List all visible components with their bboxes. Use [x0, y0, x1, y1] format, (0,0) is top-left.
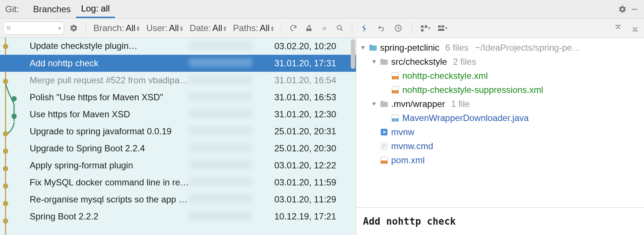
commit-author-cell: author — [189, 58, 274, 68]
twisty-icon[interactable]: ▼ — [371, 101, 377, 107]
refresh-icon[interactable] — [287, 22, 299, 34]
node-label: mvnw — [391, 127, 415, 137]
commit-message-cell: Apply spring-format plugin — [30, 160, 189, 171]
date-filter[interactable]: Date: All ▴▾ — [188, 23, 228, 33]
search-icon — [6, 25, 11, 31]
svg-rect-32 — [380, 59, 384, 61]
file-type-icon — [380, 128, 388, 136]
revert-icon[interactable] — [375, 22, 387, 34]
commit-date-cell: 31.01.20, 12:30 — [274, 109, 349, 120]
updown-icon: ▴▾ — [224, 25, 226, 31]
commit-row[interactable]: Merge pull request #522 from vbadipat…au… — [0, 72, 356, 89]
twisty-icon[interactable]: ▼ — [371, 58, 377, 65]
file-node[interactable]: ▼<>nohttp-checkstyle.xml — [360, 69, 640, 83]
folder-node[interactable]: ▼src/checkstyle2 files — [360, 55, 640, 69]
scrollbar-thumb[interactable] — [351, 39, 355, 69]
commit-author-cell: author — [189, 211, 274, 222]
svg-point-5 — [337, 25, 341, 29]
commit-message-cell: Re-organise mysql scripts so the app run… — [30, 194, 189, 205]
commit-row[interactable]: Update checkstyle pluginorigin & mastera… — [0, 38, 356, 55]
tab-log-all[interactable]: Log: all — [76, 0, 115, 18]
file-type-icon — [380, 100, 388, 108]
minimize-icon[interactable] — [628, 3, 640, 15]
commit-date-cell: 25.01.20, 20:30 — [274, 143, 349, 154]
commit-message-cell: Spring Boot 2.2.2 — [30, 211, 189, 222]
commit-message-cell: Merge pull request #522 from vbadipat… — [30, 75, 189, 85]
commit-message-cell: Add nohttp check — [30, 58, 189, 68]
cherry-pick-icon[interactable] — [303, 22, 315, 34]
commit-date-cell: 03.01.20, 12:22 — [274, 160, 349, 171]
commit-date-cell: 03.01.20, 11:29 — [274, 194, 349, 205]
commit-row[interactable]: Upgrade to spring javaformat 0.0.19autho… — [0, 123, 356, 140]
commit-author-cell: author — [189, 126, 274, 137]
node-meta: 2 files — [453, 57, 476, 67]
commit-row[interactable]: Apply spring-format pluginauthor03.01.20… — [0, 157, 356, 174]
commit-date-cell: 31.01.20, 16:53 — [274, 92, 349, 103]
commit-author-cell: author — [189, 143, 274, 154]
collapse-diff-icon[interactable] — [358, 22, 370, 34]
header-bar: Git: Branches Log: all — [0, 0, 644, 19]
branch-filter[interactable]: Branch: All ▴▾ — [92, 23, 141, 33]
vcs-title: Git: — [5, 4, 19, 14]
user-filter[interactable]: User: All ▴▾ — [145, 23, 184, 33]
commit-row[interactable]: Polish "Use https for Maven XSD"author31… — [0, 89, 356, 106]
file-node[interactable]: ▼mvnw — [360, 125, 640, 139]
log-toolbar: ▾ Branch: All ▴▾ User: All ▴▾ Date: All … — [0, 19, 644, 38]
svg-rect-9 — [425, 25, 427, 27]
more-icon[interactable]: » — [318, 22, 330, 34]
svg-rect-12 — [442, 25, 444, 27]
node-label: nohttp-checkstyle.xml — [402, 71, 488, 81]
folder-node[interactable]: ▼spring-petclinic6 files~/IdeaProjects/s… — [360, 41, 640, 55]
commit-row[interactable]: Add nohttp checkauthor31.01.20, 17:31 — [0, 55, 356, 72]
separator — [86, 23, 86, 34]
right-toolbar: ▾ ▾ — [358, 22, 641, 34]
commit-author-cell: author — [189, 41, 274, 51]
search-dropdown-icon[interactable]: ▾ — [58, 25, 61, 31]
paths-filter[interactable]: Paths: All ▴▾ — [231, 23, 275, 33]
commit-author-cell: author — [189, 92, 274, 103]
commit-row[interactable]: Use https for Maven XSDauthor31.01.20, 1… — [0, 106, 356, 123]
node-meta: 1 file — [451, 99, 470, 109]
commit-row[interactable]: Fix MySQL docker command line in readmea… — [0, 174, 356, 191]
commit-row[interactable]: Re-organise mysql scripts so the app run… — [0, 191, 356, 208]
commit-message-cell: Fix MySQL docker command line in readme — [30, 177, 189, 188]
changed-files-tree: ▼spring-petclinic6 files~/IdeaProjects/s… — [356, 38, 644, 207]
folder-node[interactable]: ▼.mvn/wrapper1 file — [360, 97, 640, 111]
commit-log-panel: Update checkstyle pluginorigin & mastera… — [0, 38, 356, 235]
file-node[interactable]: ▼<>pom.xml — [360, 153, 640, 167]
file-node[interactable]: ▼mvnw.cmd — [360, 139, 640, 153]
file-type-icon: J — [391, 114, 399, 122]
search-input[interactable] — [14, 24, 56, 32]
expand-all-icon[interactable] — [612, 22, 624, 34]
commit-author-cell: author — [189, 109, 274, 120]
find-icon[interactable] — [334, 22, 346, 34]
group-icon[interactable]: ▾ — [419, 22, 431, 34]
twisty-icon[interactable]: ▼ — [360, 44, 366, 51]
commit-message-cell: Upgrade to Spring Boot 2.2.4 — [30, 143, 189, 154]
svg-point-1 — [7, 26, 10, 29]
filter-settings-icon[interactable] — [68, 22, 80, 34]
node-label: spring-petclinic — [380, 43, 439, 53]
history-icon[interactable] — [392, 22, 404, 34]
commit-date-cell: 31.01.20, 17:31 — [274, 58, 349, 68]
node-label: .mvn/wrapper — [391, 99, 445, 109]
search-input-container[interactable]: ▾ — [3, 21, 64, 35]
collapse-all-icon[interactable] — [629, 22, 641, 34]
file-node[interactable]: ▼<>nohttp-checkstyle-suppressions.xml — [360, 83, 640, 97]
branch-tag[interactable]: origin & master — [131, 41, 189, 52]
commit-message-cell: Update checkstyle pluginorigin & master — [30, 41, 189, 52]
gear-icon[interactable] — [617, 3, 628, 15]
svg-line-6 — [341, 29, 343, 31]
layout-icon[interactable]: ▾ — [436, 22, 448, 34]
svg-line-2 — [10, 28, 11, 30]
node-label: src/checkstyle — [391, 57, 447, 67]
tab-branches[interactable]: Branches — [28, 1, 76, 17]
main-split: Update checkstyle pluginorigin & mastera… — [0, 38, 644, 235]
commit-row[interactable]: Spring Boot 2.2.2author10.12.19, 17:21 — [0, 208, 356, 225]
commit-author-cell: author — [189, 75, 274, 85]
node-label: nohttp-checkstyle-suppressions.xml — [402, 85, 543, 95]
commit-author-cell: author — [189, 177, 274, 188]
file-node[interactable]: ▼JMavenWrapperDownloader.java — [360, 111, 640, 125]
panel-divider — [352, 23, 352, 34]
commit-row[interactable]: Upgrade to Spring Boot 2.2.4author25.01.… — [0, 140, 356, 157]
